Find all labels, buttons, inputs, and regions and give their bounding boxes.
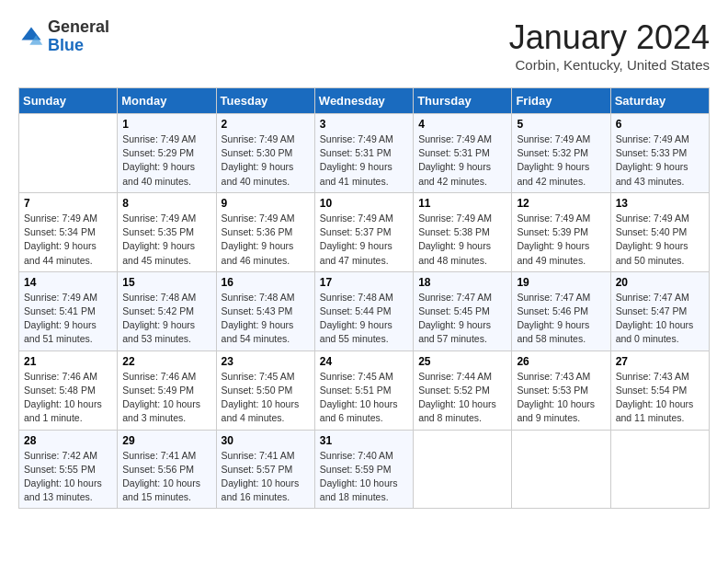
day-number: 2	[222, 118, 310, 131]
calendar-cell: 31Sunrise: 7:40 AM Sunset: 5:59 PM Dayli…	[314, 430, 413, 509]
day-number: 11	[418, 197, 506, 210]
calendar-cell: 17Sunrise: 7:48 AM Sunset: 5:44 PM Dayli…	[314, 271, 413, 350]
calendar-cell: 30Sunrise: 7:41 AM Sunset: 5:57 PM Dayli…	[216, 430, 314, 509]
calendar-cell: 28Sunrise: 7:42 AM Sunset: 5:55 PM Dayli…	[19, 430, 118, 509]
day-info: Sunrise: 7:49 AM Sunset: 5:34 PM Dayligh…	[24, 212, 112, 268]
day-info: Sunrise: 7:48 AM Sunset: 5:44 PM Dayligh…	[320, 291, 408, 347]
calendar-cell: 1Sunrise: 7:49 AM Sunset: 5:29 PM Daylig…	[118, 114, 216, 193]
day-number: 18	[418, 276, 506, 289]
calendar-cell: 21Sunrise: 7:46 AM Sunset: 5:48 PM Dayli…	[19, 350, 118, 430]
day-info: Sunrise: 7:49 AM Sunset: 5:31 PM Dayligh…	[320, 132, 408, 189]
day-header-tuesday: Tuesday	[216, 88, 314, 114]
calendar-table: SundayMondayTuesdayWednesdayThursdayFrid…	[18, 87, 710, 509]
calendar-cell: 14Sunrise: 7:49 AM Sunset: 5:41 PM Dayli…	[19, 271, 118, 350]
day-info: Sunrise: 7:45 AM Sunset: 5:51 PM Dayligh…	[320, 370, 408, 426]
calendar-cell: 12Sunrise: 7:49 AM Sunset: 5:39 PM Dayli…	[512, 192, 610, 271]
logo-blue-text: Blue	[48, 36, 84, 54]
day-info: Sunrise: 7:47 AM Sunset: 5:45 PM Dayligh…	[418, 291, 506, 347]
day-info: Sunrise: 7:49 AM Sunset: 5:35 PM Dayligh…	[122, 212, 210, 268]
day-info: Sunrise: 7:47 AM Sunset: 5:47 PM Dayligh…	[616, 291, 704, 347]
day-info: Sunrise: 7:49 AM Sunset: 5:33 PM Dayligh…	[616, 132, 704, 189]
day-info: Sunrise: 7:46 AM Sunset: 5:48 PM Dayligh…	[24, 370, 112, 426]
day-info: Sunrise: 7:43 AM Sunset: 5:53 PM Dayligh…	[517, 370, 605, 426]
day-number: 9	[222, 197, 310, 210]
calendar-cell: 3Sunrise: 7:49 AM Sunset: 5:31 PM Daylig…	[314, 114, 413, 193]
day-info: Sunrise: 7:49 AM Sunset: 5:39 PM Dayligh…	[517, 212, 605, 268]
location: Corbin, Kentucky, United States	[509, 57, 710, 73]
day-header-monday: Monday	[118, 88, 216, 114]
day-number: 14	[24, 276, 112, 289]
calendar-cell	[19, 114, 118, 193]
day-number: 31	[320, 434, 408, 447]
calendar-cell: 5Sunrise: 7:49 AM Sunset: 5:32 PM Daylig…	[512, 114, 610, 193]
day-number: 23	[222, 355, 310, 368]
day-number: 20	[616, 276, 704, 289]
day-info: Sunrise: 7:49 AM Sunset: 5:41 PM Dayligh…	[24, 291, 112, 347]
calendar-cell	[512, 430, 610, 509]
day-number: 29	[122, 434, 210, 447]
day-info: Sunrise: 7:49 AM Sunset: 5:37 PM Dayligh…	[320, 212, 408, 268]
day-info: Sunrise: 7:49 AM Sunset: 5:29 PM Dayligh…	[122, 132, 210, 189]
calendar-cell: 23Sunrise: 7:45 AM Sunset: 5:50 PM Dayli…	[216, 350, 314, 430]
day-info: Sunrise: 7:41 AM Sunset: 5:56 PM Dayligh…	[122, 449, 210, 505]
calendar-cell: 18Sunrise: 7:47 AM Sunset: 5:45 PM Dayli…	[414, 271, 512, 350]
day-header-thursday: Thursday	[414, 88, 512, 114]
day-info: Sunrise: 7:42 AM Sunset: 5:55 PM Dayligh…	[24, 449, 112, 505]
logo-icon	[18, 24, 44, 50]
logo-general-text: General	[48, 17, 109, 36]
day-number: 24	[320, 355, 408, 368]
day-number: 27	[616, 355, 704, 368]
day-info: Sunrise: 7:49 AM Sunset: 5:38 PM Dayligh…	[418, 212, 506, 268]
day-info: Sunrise: 7:49 AM Sunset: 5:30 PM Dayligh…	[222, 132, 310, 189]
day-number: 1	[122, 118, 210, 131]
day-number: 5	[517, 118, 605, 131]
day-number: 25	[418, 355, 506, 368]
day-number: 3	[320, 118, 408, 131]
calendar-cell: 24Sunrise: 7:45 AM Sunset: 5:51 PM Dayli…	[314, 350, 413, 430]
day-info: Sunrise: 7:48 AM Sunset: 5:43 PM Dayligh…	[222, 291, 310, 347]
day-info: Sunrise: 7:49 AM Sunset: 5:32 PM Dayligh…	[517, 132, 605, 189]
calendar-cell: 16Sunrise: 7:48 AM Sunset: 5:43 PM Dayli…	[216, 271, 314, 350]
day-number: 21	[24, 355, 112, 368]
day-info: Sunrise: 7:49 AM Sunset: 5:36 PM Dayligh…	[222, 212, 310, 268]
day-number: 26	[517, 355, 605, 368]
day-number: 17	[320, 276, 408, 289]
calendar-cell: 9Sunrise: 7:49 AM Sunset: 5:36 PM Daylig…	[216, 192, 314, 271]
day-number: 16	[222, 276, 310, 289]
calendar-cell: 10Sunrise: 7:49 AM Sunset: 5:37 PM Dayli…	[314, 192, 413, 271]
day-info: Sunrise: 7:47 AM Sunset: 5:46 PM Dayligh…	[517, 291, 605, 347]
day-info: Sunrise: 7:46 AM Sunset: 5:49 PM Dayligh…	[122, 370, 210, 426]
month-title: January 2024	[509, 18, 710, 57]
calendar-cell: 19Sunrise: 7:47 AM Sunset: 5:46 PM Dayli…	[512, 271, 610, 350]
day-header-sunday: Sunday	[19, 88, 118, 114]
day-info: Sunrise: 7:49 AM Sunset: 5:40 PM Dayligh…	[616, 212, 704, 268]
calendar-cell: 4Sunrise: 7:49 AM Sunset: 5:31 PM Daylig…	[414, 114, 512, 193]
calendar-cell: 13Sunrise: 7:49 AM Sunset: 5:40 PM Dayli…	[610, 192, 709, 271]
day-header-saturday: Saturday	[610, 88, 709, 114]
day-header-friday: Friday	[512, 88, 610, 114]
day-info: Sunrise: 7:49 AM Sunset: 5:31 PM Dayligh…	[418, 132, 506, 189]
day-info: Sunrise: 7:40 AM Sunset: 5:59 PM Dayligh…	[320, 449, 408, 505]
calendar-cell	[610, 430, 709, 509]
day-info: Sunrise: 7:45 AM Sunset: 5:50 PM Dayligh…	[222, 370, 310, 426]
day-info: Sunrise: 7:48 AM Sunset: 5:42 PM Dayligh…	[122, 291, 210, 347]
day-number: 7	[24, 197, 112, 210]
calendar-cell: 11Sunrise: 7:49 AM Sunset: 5:38 PM Dayli…	[414, 192, 512, 271]
calendar-cell: 7Sunrise: 7:49 AM Sunset: 5:34 PM Daylig…	[19, 192, 118, 271]
day-info: Sunrise: 7:41 AM Sunset: 5:57 PM Dayligh…	[222, 449, 310, 505]
day-number: 30	[222, 434, 310, 447]
day-number: 22	[122, 355, 210, 368]
day-info: Sunrise: 7:43 AM Sunset: 5:54 PM Dayligh…	[616, 370, 704, 426]
day-number: 19	[517, 276, 605, 289]
day-number: 4	[418, 118, 506, 131]
day-info: Sunrise: 7:44 AM Sunset: 5:52 PM Dayligh…	[418, 370, 506, 426]
day-number: 12	[517, 197, 605, 210]
calendar-cell: 20Sunrise: 7:47 AM Sunset: 5:47 PM Dayli…	[610, 271, 709, 350]
calendar-cell: 27Sunrise: 7:43 AM Sunset: 5:54 PM Dayli…	[610, 350, 709, 430]
day-number: 10	[320, 197, 408, 210]
day-number: 15	[122, 276, 210, 289]
calendar-cell: 6Sunrise: 7:49 AM Sunset: 5:33 PM Daylig…	[610, 114, 709, 193]
calendar-cell: 26Sunrise: 7:43 AM Sunset: 5:53 PM Dayli…	[512, 350, 610, 430]
day-number: 13	[616, 197, 704, 210]
calendar-cell: 2Sunrise: 7:49 AM Sunset: 5:30 PM Daylig…	[216, 114, 314, 193]
